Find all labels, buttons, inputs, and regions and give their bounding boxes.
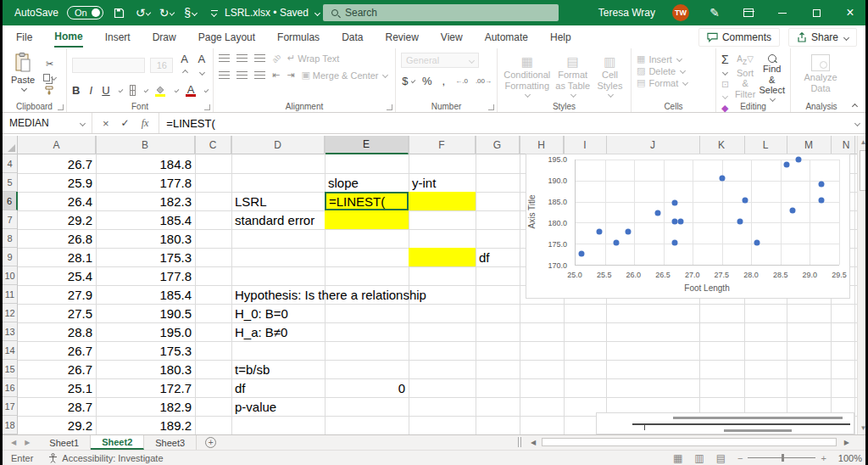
cell-A9[interactable]: 28.1 [18,248,96,266]
cell-B12[interactable]: 190.5 [96,304,195,322]
sheet-tab-sheet1[interactable]: Sheet1 [38,435,91,450]
clipboard-dialog-launcher[interactable] [58,104,64,110]
cell-A8[interactable]: 26.8 [18,229,96,248]
select-all-corner[interactable] [3,136,18,154]
cell-B11[interactable]: 185.4 [96,285,195,304]
cell-B10[interactable]: 177.8 [96,266,195,285]
formula-input[interactable]: =LINEST( [159,113,847,133]
number-dialog-launcher[interactable] [488,104,494,110]
avatar[interactable]: TW [672,4,689,21]
row-header-13[interactable]: 13 [3,322,18,341]
collapse-ribbon-icon[interactable] [852,104,858,109]
column-header-E[interactable]: E [325,136,409,154]
active-cell-E6[interactable]: =LINEST( [325,192,409,210]
autosum-icon[interactable]: Σ [721,53,732,76]
scroll-left-icon[interactable]: ◀ [528,439,538,446]
restore-button[interactable] [808,4,825,21]
ribbon-tab-insert[interactable]: Insert [105,28,131,47]
ribbon-tab-view[interactable]: View [441,28,463,47]
document-title[interactable]: LSRL.xlsx • Saved [225,0,320,25]
percent-style-icon[interactable]: % [422,75,432,87]
row-header-5[interactable]: 5 [3,173,18,192]
fill-color-icon[interactable] [155,83,166,97]
undo-button[interactable]: ↺ [136,5,151,20]
row-header-6[interactable]: 6 [3,192,18,210]
ribbon-display-options-icon[interactable] [740,4,757,21]
shrink-font-icon[interactable]: A [196,53,208,78]
expand-formula-bar-icon[interactable] [847,113,865,133]
cell-D7[interactable]: standard error [231,210,318,229]
column-header-H[interactable]: H [520,136,564,154]
cell-A14[interactable]: 26.7 [18,341,96,360]
decrease-decimal-icon[interactable]: .00→ [476,77,492,85]
new-sheet-button[interactable]: + [205,437,216,448]
increase-indent-icon[interactable]: ⇥ [287,70,294,81]
column-header-B[interactable]: B [96,136,195,154]
font-color-icon[interactable]: A [186,83,196,97]
cell-A5[interactable]: 25.9 [18,173,96,192]
cell-B18[interactable]: 189.2 [96,416,195,434]
cell-D16[interactable]: df [231,378,249,397]
cell-A12[interactable]: 27.5 [18,304,96,322]
horizontal-scrollbar[interactable]: ◀ ▶ [528,436,852,448]
save-icon[interactable] [112,5,127,20]
cell-B17[interactable]: 182.9 [96,397,195,416]
horizontal-scroll-thumb[interactable] [542,438,837,446]
zoom-level[interactable]: 100% [838,453,862,463]
cell-A13[interactable]: 28.8 [18,322,96,341]
highlighted-cell-E7[interactable] [325,210,409,229]
align-center-icon[interactable] [236,71,248,79]
column-header-G[interactable]: G [476,136,520,154]
column-header-N[interactable]: N [833,136,857,154]
ribbon-tab-automate[interactable]: Automate [485,28,528,47]
copy-icon[interactable] [43,74,56,81]
column-header-I[interactable]: I [572,136,598,154]
pen-mode-icon[interactable]: ✎ [706,4,723,21]
column-header-D[interactable]: D [231,136,325,154]
cell-A18[interactable]: 29.2 [18,416,96,434]
cell-B4[interactable]: 184.8 [96,154,195,173]
cell-A15[interactable]: 26.7 [18,360,96,378]
scroll-down-icon[interactable]: ▼ [858,422,868,434]
highlighted-cell-F6[interactable] [409,192,476,210]
partial-chart[interactable] [596,412,854,434]
zoom-slider[interactable]: − + [737,453,826,463]
comments-button[interactable]: Comments [698,28,780,47]
underline-button[interactable]: U [102,84,109,97]
increase-decimal-icon[interactable]: ←.0 [455,77,468,85]
minimize-button[interactable] [774,4,791,21]
zoom-in-icon[interactable]: + [821,453,826,463]
cell-D13[interactable]: H_a: B≠0 [231,322,291,341]
cell-A6[interactable]: 26.4 [18,192,96,210]
zoom-out-icon[interactable]: − [737,453,743,463]
row-header-17[interactable]: 17 [3,397,18,416]
cell-B16[interactable]: 172.7 [96,378,195,397]
paste-button[interactable]: Paste [8,53,38,100]
cell-E16[interactable]: 0 [325,378,409,397]
highlighted-cell-F9[interactable] [409,248,476,266]
row-header-16[interactable]: 16 [3,378,18,397]
accounting-format-icon[interactable]: $ [401,75,409,87]
row-header-11[interactable]: 11 [3,285,18,304]
row-header-8[interactable]: 8 [3,229,18,248]
cell-D6[interactable]: LSRL [231,192,270,210]
search-input[interactable]: Search [323,4,559,21]
ribbon-tab-file[interactable]: File [16,28,32,47]
cancel-icon[interactable]: × [103,117,109,130]
cell-F5[interactable]: y-int [409,173,439,192]
normal-view-icon[interactable]: ▦ [673,452,682,464]
grow-font-icon[interactable]: A [178,53,190,78]
user-name[interactable]: Teresa Wray [598,7,655,19]
align-bottom-icon[interactable] [254,54,265,62]
vertical-scrollbar[interactable]: ▲ ▼ [857,136,868,434]
row-header-15[interactable]: 15 [3,360,18,378]
cell-B13[interactable]: 195.0 [96,322,195,341]
page-layout-view-icon[interactable]: ▥ [694,452,704,464]
cell-B7[interactable]: 185.4 [96,210,195,229]
column-header-F[interactable]: F [409,136,476,154]
column-header-J[interactable]: J [640,136,665,154]
font-dialog-launcher[interactable] [204,104,210,110]
cell-A11[interactable]: 27.9 [18,285,96,304]
accessibility-status[interactable]: Accessibility: Investigate [48,453,163,463]
redo-button[interactable]: ↻ [159,5,175,20]
